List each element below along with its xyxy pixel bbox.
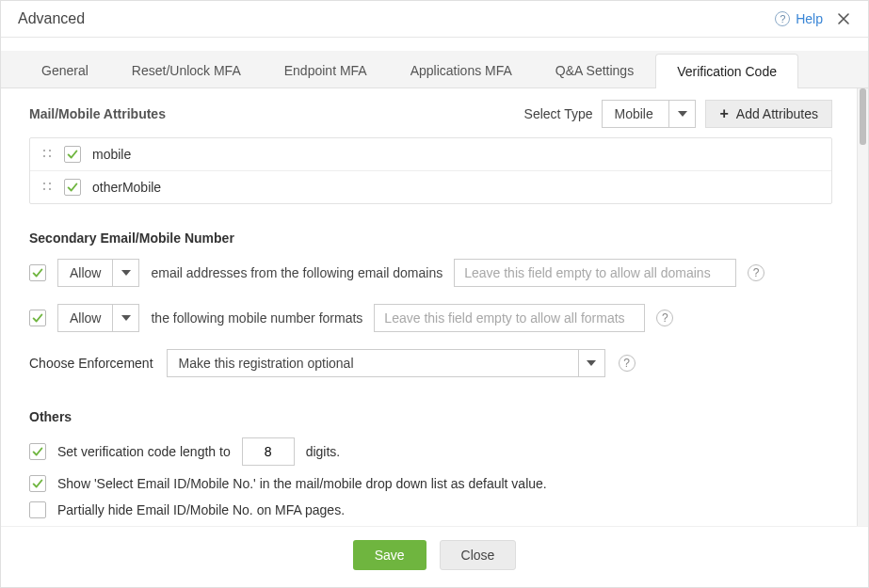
tab-qa-settings-label: Q&A Settings	[555, 63, 634, 78]
show-default-label: Show 'Select Email ID/Mobile No.' in the…	[57, 476, 547, 491]
attribute-name: otherMobile	[92, 180, 161, 195]
modal-title: Advanced	[18, 10, 85, 27]
partial-hide-label: Partially hide Email ID/Mobile No. on MF…	[57, 502, 345, 517]
drag-handle-icon[interactable]	[41, 181, 53, 194]
others-section-title: Others	[29, 409, 832, 424]
enforcement-row: Choose Enforcement Make this registratio…	[29, 349, 832, 377]
secondary-email-text: email addresses from the following email…	[151, 265, 443, 280]
enforcement-value: Make this registration optional	[168, 356, 578, 371]
partial-hide-checkbox[interactable]	[29, 501, 46, 518]
enforcement-label: Choose Enforcement	[29, 356, 153, 371]
code-length-row: Set verification code length to digits.	[29, 437, 832, 466]
help-icon[interactable]: ?	[619, 355, 636, 372]
help-link[interactable]: ? Help	[775, 11, 823, 26]
code-length-before: Set verification code length to	[57, 444, 231, 459]
close-button[interactable]: Close	[440, 540, 517, 570]
help-label: Help	[796, 11, 823, 26]
tab-endpoint-mfa[interactable]: Endpoint MFA	[263, 53, 389, 87]
tab-general[interactable]: General	[20, 53, 110, 87]
help-icon[interactable]: ?	[656, 310, 673, 326]
save-button[interactable]: Save	[353, 540, 426, 570]
add-attributes-button[interactable]: + Add Attributes	[705, 100, 832, 128]
tab-qa-settings[interactable]: Q&A Settings	[534, 53, 655, 87]
code-length-after: digits.	[306, 444, 341, 459]
close-icon[interactable]	[836, 11, 851, 26]
secondary-mobile-row: Allow the following mobile number format…	[29, 304, 832, 332]
save-button-label: Save	[375, 548, 405, 563]
secondary-email-allow-dropdown[interactable]: Allow	[57, 259, 139, 287]
tab-verification-code[interactable]: Verification Code	[655, 54, 798, 88]
secondary-section-title: Secondary Email/Mobile Number	[29, 230, 832, 246]
secondary-mobile-allow-dropdown[interactable]: Allow	[57, 304, 139, 332]
modal-header: Advanced ? Help	[1, 1, 868, 38]
attribute-list: mobile otherMobile	[29, 137, 832, 204]
attribute-row: mobile	[30, 138, 831, 170]
select-type-label: Select Type	[524, 106, 593, 121]
plus-icon: +	[719, 106, 728, 121]
close-button-label: Close	[461, 548, 495, 563]
tab-general-label: General	[41, 63, 89, 78]
secondary-mobile-allow-value: Allow	[58, 310, 112, 326]
chevron-down-icon	[112, 305, 138, 331]
chevron-down-icon	[112, 260, 138, 286]
code-length-checkbox[interactable]	[29, 443, 46, 460]
content-scroll: Mail/Mobile Attributes Select Type Mobil…	[1, 88, 857, 526]
mail-attrs-header: Mail/Mobile Attributes Select Type Mobil…	[29, 100, 832, 128]
modal-header-right: ? Help	[775, 11, 851, 26]
attribute-checkbox[interactable]	[64, 146, 81, 163]
chevron-down-icon	[668, 101, 695, 127]
drag-handle-icon[interactable]	[41, 148, 53, 161]
tab-applications-mfa[interactable]: Applications MFA	[389, 53, 534, 87]
secondary-email-row: Allow email addresses from the following…	[29, 259, 832, 287]
show-default-row: Show 'Select Email ID/Mobile No.' in the…	[29, 475, 832, 492]
tab-applications-mfa-label: Applications MFA	[410, 63, 512, 78]
help-icon[interactable]: ?	[748, 264, 764, 281]
add-attributes-label: Add Attributes	[736, 106, 818, 121]
tab-verification-code-label: Verification Code	[677, 64, 777, 79]
scrollbar-thumb[interactable]	[860, 88, 866, 145]
modal-footer: Save Close	[1, 526, 868, 587]
secondary-email-allow-value: Allow	[58, 265, 112, 280]
secondary-email-domains-input[interactable]	[454, 259, 736, 287]
partial-hide-row: Partially hide Email ID/Mobile No. on MF…	[29, 501, 832, 518]
show-default-checkbox[interactable]	[29, 475, 46, 492]
mail-attrs-controls: Select Type Mobile + Add Attributes	[524, 100, 832, 128]
secondary-email-checkbox[interactable]	[29, 264, 46, 281]
tab-reset-unlock-mfa-label: Reset/Unlock MFA	[132, 63, 241, 78]
secondary-mobile-checkbox[interactable]	[29, 310, 46, 326]
scrollbar[interactable]	[857, 88, 868, 526]
tab-endpoint-mfa-label: Endpoint MFA	[284, 63, 367, 78]
mail-attrs-title: Mail/Mobile Attributes	[29, 106, 166, 121]
code-length-input[interactable]	[242, 437, 295, 466]
tab-bar: General Reset/Unlock MFA Endpoint MFA Ap…	[1, 51, 868, 88]
chevron-down-icon	[578, 350, 604, 376]
enforcement-dropdown[interactable]: Make this registration optional	[167, 349, 605, 377]
tab-reset-unlock-mfa[interactable]: Reset/Unlock MFA	[110, 53, 263, 87]
secondary-mobile-text: the following mobile number formats	[151, 310, 362, 326]
attribute-row: otherMobile	[30, 170, 831, 203]
select-type-dropdown[interactable]: Mobile	[602, 100, 696, 128]
help-icon: ?	[775, 11, 790, 26]
content-wrap: Mail/Mobile Attributes Select Type Mobil…	[1, 88, 868, 526]
secondary-mobile-formats-input[interactable]	[374, 304, 645, 332]
attribute-checkbox[interactable]	[64, 179, 81, 196]
advanced-settings-modal: Advanced ? Help General Reset/Unlock MFA…	[0, 0, 869, 588]
select-type-value: Mobile	[603, 106, 668, 121]
others-section: Set verification code length to digits. …	[29, 437, 832, 526]
attribute-name: mobile	[92, 147, 131, 162]
